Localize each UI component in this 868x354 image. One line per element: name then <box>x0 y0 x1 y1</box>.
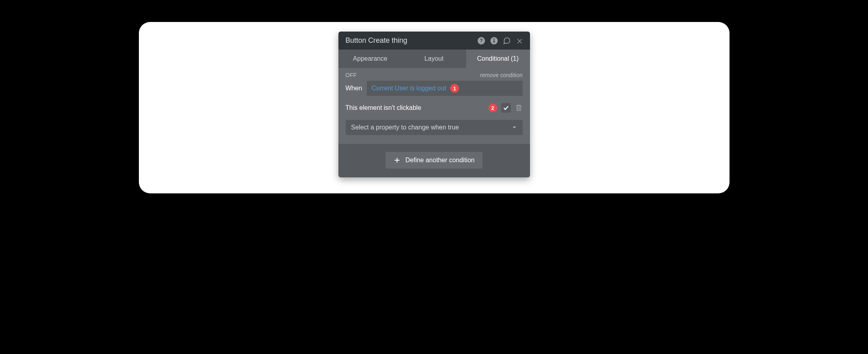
delete-property-button[interactable] <box>515 104 523 112</box>
when-row: When Current User is logged out 1 <box>338 81 530 103</box>
panel-header: Button Create thing ? <box>338 32 530 50</box>
remove-condition-link[interactable]: remove condition <box>480 72 523 78</box>
svg-point-4 <box>493 38 494 39</box>
annotation-badge-1: 1 <box>450 84 459 93</box>
svg-text:?: ? <box>480 38 483 44</box>
check-icon <box>503 105 509 111</box>
property-label: This element isn't clickable <box>346 104 484 111</box>
plus-icon <box>393 157 401 164</box>
property-row: This element isn't clickable 2 <box>338 103 530 120</box>
chevron-down-icon <box>512 125 517 130</box>
tabs: Appearance Layout Conditional (1) <box>338 50 530 68</box>
stage: Button Create thing ? Appearance Layout … <box>139 22 730 193</box>
panel-footer: Define another condition <box>338 144 530 177</box>
property-select[interactable]: Select a property to change when true <box>346 120 523 135</box>
select-row: Select a property to change when true <box>338 120 530 144</box>
condition-header-row: OFF remove condition <box>338 68 530 81</box>
annotation-badge-2: 2 <box>488 103 497 112</box>
when-label: When <box>346 85 362 92</box>
tab-layout[interactable]: Layout <box>402 50 466 68</box>
info-icon[interactable] <box>490 37 498 45</box>
define-button-label: Define another condition <box>405 157 475 164</box>
trash-icon <box>515 104 523 112</box>
property-select-placeholder: Select a property to change when true <box>351 124 459 131</box>
property-checkbox[interactable] <box>501 103 511 113</box>
panel-body: OFF remove condition When Current User i… <box>338 68 530 144</box>
condition-state-label: OFF <box>346 72 357 78</box>
tab-conditional[interactable]: Conditional (1) <box>466 50 530 68</box>
condition-expression-text: Current User is logged out <box>372 85 446 92</box>
svg-rect-3 <box>493 40 494 43</box>
condition-expression-input[interactable]: Current User is logged out 1 <box>367 81 522 96</box>
panel-title: Button Create thing <box>346 36 473 45</box>
define-another-condition-button[interactable]: Define another condition <box>386 152 482 169</box>
comment-icon[interactable] <box>503 37 511 45</box>
property-editor-panel: Button Create thing ? Appearance Layout … <box>338 32 530 177</box>
help-icon[interactable]: ? <box>477 37 485 45</box>
close-icon[interactable] <box>516 37 524 45</box>
tab-appearance[interactable]: Appearance <box>338 50 402 68</box>
